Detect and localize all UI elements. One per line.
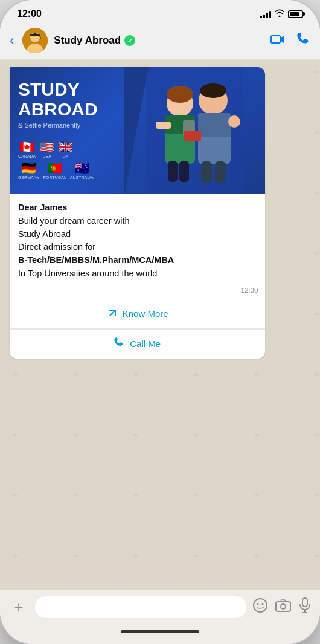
flag-portugal: 🇵🇹 PORTUGAL [43, 161, 66, 180]
message-input[interactable] [35, 596, 246, 618]
status-bar: 12:00 [0, 0, 320, 23]
svg-point-27 [257, 603, 259, 605]
chat-input-bar: + [0, 590, 320, 624]
message-greeting: Dear James [18, 201, 257, 215]
call-me-button[interactable]: Call Me [10, 330, 265, 359]
video-call-icon[interactable] [270, 34, 285, 48]
action-buttons: Know More Call Me [10, 299, 265, 359]
banner-diagonal [124, 67, 149, 194]
sticker-icon[interactable] [252, 597, 268, 617]
know-more-label: Know More [123, 308, 168, 319]
input-right-icons [252, 597, 312, 617]
svg-point-26 [254, 599, 267, 612]
message-line5: In Top Universities around the world [18, 267, 257, 281]
avatar [22, 28, 48, 53]
back-button[interactable]: ‹ [10, 33, 16, 48]
phone-shell: 12:00 ‹ [0, 0, 320, 644]
status-time: 12:00 [17, 8, 42, 19]
plus-button[interactable]: + [8, 597, 29, 617]
status-icons [260, 9, 303, 19]
signal-bars-icon [260, 10, 271, 18]
svg-rect-7 [271, 36, 280, 43]
message-line4: B-Tech/BE/MBBS/M.Pharm/MCA/MBA [18, 254, 257, 267]
verified-badge: ✓ [124, 35, 135, 46]
svg-rect-3 [30, 34, 40, 36]
flag-australia: 🇦🇺 AUSTRALIA [70, 161, 94, 180]
camera-icon[interactable] [275, 599, 291, 616]
know-more-icon [107, 307, 118, 320]
svg-line-5 [40, 36, 40, 39]
svg-rect-31 [302, 598, 307, 607]
call-me-label: Call Me [130, 339, 161, 349]
chat-header: ‹ Study Abroad ✓ [0, 23, 320, 60]
avatar-image [22, 28, 48, 53]
header-name-area: Study Abroad ✓ [54, 34, 264, 47]
message-line3: Direct admission for [18, 241, 257, 254]
message-line2: Study Abroad [18, 228, 257, 241]
svg-point-6 [40, 39, 42, 41]
home-bar [121, 630, 199, 633]
phone-call-icon[interactable] [297, 33, 310, 49]
microphone-icon[interactable] [298, 597, 312, 617]
message-line1: Build your dream career with [18, 215, 257, 228]
know-more-button[interactable]: Know More [10, 299, 265, 329]
message-content: Dear James Build your dream career with … [10, 194, 265, 285]
battery-icon [288, 10, 303, 18]
header-name: Study Abroad ✓ [54, 34, 264, 47]
flag-canada: 🇨🇦 CANADA [18, 140, 36, 158]
header-actions [270, 33, 310, 49]
message-timestamp: 12:00 [10, 285, 265, 299]
wifi-icon [275, 9, 284, 19]
flag-usa: 🇺🇸 USA [39, 140, 54, 158]
flag-germany: 🇩🇪 GERMANY [18, 161, 39, 180]
message-bubble: STUDY ABROAD & Settle Permanently 🇨🇦 CAN… [10, 67, 265, 359]
svg-point-30 [281, 604, 286, 609]
home-indicator [0, 624, 320, 644]
banner-image: STUDY ABROAD & Settle Permanently 🇨🇦 CAN… [10, 67, 265, 194]
svg-point-28 [262, 603, 264, 605]
flag-uk: 🇬🇧 UK [58, 140, 73, 158]
svg-rect-29 [276, 602, 290, 611]
chat-body: STUDY ABROAD & Settle Permanently 🇨🇦 CAN… [0, 60, 320, 590]
call-me-icon [114, 337, 125, 351]
